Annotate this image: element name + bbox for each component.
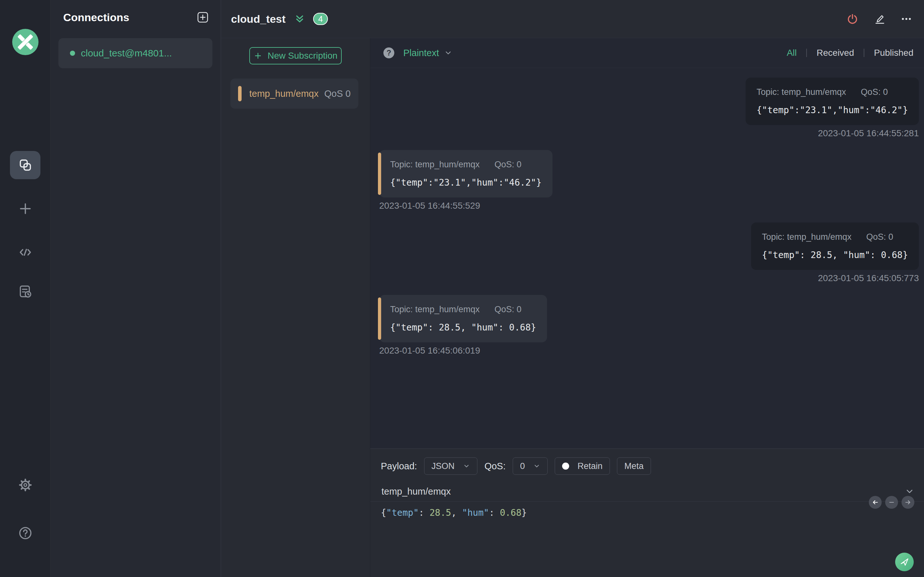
- filter-divider: [864, 49, 864, 57]
- payload-format-dropdown[interactable]: Plaintext: [403, 48, 452, 58]
- history-back-button[interactable]: [869, 496, 882, 509]
- message-topic: Topic: temp_hum/emqx: [390, 160, 480, 169]
- subscriptions-column: New Subscription temp_hum/emqx QoS 0: [221, 38, 370, 577]
- payload-token: "hum": [462, 508, 489, 518]
- chevron-down-icon: [533, 463, 540, 470]
- code-icon: [18, 245, 33, 259]
- payload-label: Payload:: [381, 461, 417, 472]
- sidebar-item-new-connection[interactable]: [18, 201, 33, 216]
- disconnect-button[interactable]: [846, 13, 859, 25]
- subscription-topic: temp_hum/emqx: [249, 89, 318, 99]
- message-topic: Topic: temp_hum/emqx: [762, 232, 851, 242]
- payload-history-nav: [869, 496, 914, 509]
- payload-editor[interactable]: {"temp": 28.5, "hum": 0.68}: [370, 502, 924, 518]
- payload-token: ,: [451, 508, 462, 518]
- collapse-publish-icon[interactable]: [905, 487, 914, 496]
- collapse-connection-icon[interactable]: [294, 13, 305, 25]
- new-subscription-button[interactable]: New Subscription: [249, 47, 342, 64]
- connection-header-bar: cloud_test 4: [221, 0, 924, 38]
- message-bubble: Topic: temp_hum/emqx QoS: 0 {"temp": 28.…: [379, 295, 547, 342]
- connections-panel: Connections cloud_test@m4801...: [51, 0, 221, 577]
- icon-sidebar: [0, 0, 51, 577]
- retain-toggle[interactable]: Retain: [555, 458, 610, 475]
- sidebar-item-script[interactable]: [18, 245, 33, 259]
- connection-name: cloud_test@m4801...: [81, 48, 172, 59]
- message-payload: {"temp": 28.5, "hum": 0.68}: [762, 250, 908, 260]
- edit-connection-button[interactable]: [873, 13, 885, 25]
- meta-button[interactable]: Meta: [617, 458, 651, 475]
- message-topic: Topic: temp_hum/emqx: [756, 87, 846, 97]
- log-icon: [18, 284, 33, 299]
- retain-state-dot: [562, 463, 569, 470]
- connections-title: Connections: [63, 11, 129, 24]
- message-bubble: Topic: temp_hum/emqx QoS: 0 {"temp":"23.…: [379, 150, 552, 197]
- history-forward-button[interactable]: [901, 496, 914, 509]
- subscription-item[interactable]: temp_hum/emqx QoS 0: [230, 79, 359, 109]
- messages-toolbar: ? Plaintext All Received: [370, 38, 924, 68]
- payload-token: {: [381, 508, 386, 518]
- sidebar-item-help[interactable]: [18, 526, 33, 540]
- message-timestamp: 2023-01-05 16:45:06:019: [379, 346, 480, 356]
- format-help-icon[interactable]: ?: [383, 47, 394, 58]
- mqttx-app-window: Connections cloud_test@m4801... cloud_te…: [0, 0, 924, 577]
- publish-topic-row: [370, 482, 924, 502]
- filter-divider: [806, 49, 807, 57]
- filter-all[interactable]: All: [787, 48, 796, 58]
- publish-toolbar: Payload: JSON QoS: 0: [370, 449, 924, 478]
- message-published: Topic: temp_hum/emqx QoS: 0 {"temp": 28.…: [379, 222, 919, 284]
- payload-format-value: Plaintext: [403, 48, 439, 58]
- connections-icon: [18, 158, 33, 172]
- send-plane-icon: [899, 556, 910, 567]
- message-timestamp: 2023-01-05 16:45:05:773: [818, 273, 919, 284]
- message-bubble: Topic: temp_hum/emqx QoS: 0 {"temp":"23.…: [746, 77, 919, 125]
- filter-received[interactable]: Received: [817, 48, 854, 58]
- message-payload: {"temp":"23.1","hum":"46.2"}: [390, 177, 541, 188]
- plus-icon: [18, 201, 33, 216]
- qos-label: QoS:: [485, 461, 506, 472]
- connected-status-dot: [70, 51, 75, 56]
- page-title: cloud_test: [231, 13, 286, 25]
- message-topic: Topic: temp_hum/emqx: [390, 305, 480, 314]
- message-received: Topic: temp_hum/emqx QoS: 0 {"temp": 28.…: [379, 295, 919, 356]
- message-timestamp: 2023-01-05 16:44:55:281: [818, 128, 919, 139]
- topic-input[interactable]: [381, 486, 905, 497]
- mqttx-logo-icon: [12, 29, 39, 55]
- sidebar-item-settings[interactable]: [18, 478, 33, 492]
- history-current-button[interactable]: [885, 496, 898, 509]
- sidebar-item-connections[interactable]: [10, 151, 40, 179]
- message-filters: All Received Published: [787, 48, 913, 58]
- sidebar-item-log[interactable]: [18, 284, 33, 299]
- qos-select[interactable]: 0: [513, 458, 548, 475]
- connections-header: Connections: [51, 0, 221, 24]
- message-qos: QoS: 0: [861, 87, 888, 97]
- main-body: New Subscription temp_hum/emqx QoS 0 ? P…: [221, 38, 924, 577]
- connection-list-item[interactable]: cloud_test@m4801...: [58, 38, 212, 68]
- meta-label: Meta: [624, 461, 644, 471]
- message-payload: {"temp": 28.5, "hum": 0.68}: [390, 322, 536, 333]
- subscription-color-marker: [378, 298, 381, 340]
- message-timestamp: 2023-01-05 16:44:55:529: [379, 201, 480, 211]
- help-icon: [18, 526, 33, 540]
- send-button[interactable]: [895, 553, 914, 571]
- payload-token: "temp": [386, 508, 419, 518]
- payload-format-selected: JSON: [431, 461, 455, 471]
- filter-published[interactable]: Published: [874, 48, 913, 58]
- message-qos: QoS: 0: [494, 305, 521, 314]
- message-count-badge: 4: [313, 13, 328, 25]
- message-payload: {"temp":"23.1","hum":"46.2"}: [756, 105, 908, 115]
- message-bubble: Topic: temp_hum/emqx QoS: 0 {"temp": 28.…: [751, 222, 919, 270]
- message-qos: QoS: 0: [494, 160, 521, 169]
- add-connection-button[interactable]: [196, 11, 209, 24]
- gear-icon: [18, 478, 33, 492]
- payload-token: :: [489, 508, 500, 518]
- chevron-down-icon: [444, 49, 452, 57]
- main-area: cloud_test 4: [221, 0, 924, 577]
- more-options-button[interactable]: [900, 13, 913, 25]
- retain-label: Retain: [577, 461, 603, 471]
- subscription-color-marker: [238, 86, 242, 101]
- publish-panel: Payload: JSON QoS: 0: [370, 448, 924, 577]
- header-actions: [846, 13, 913, 25]
- payload-format-select[interactable]: JSON: [424, 458, 477, 475]
- payload-token: }: [521, 508, 527, 518]
- chevron-down-icon: [463, 463, 470, 470]
